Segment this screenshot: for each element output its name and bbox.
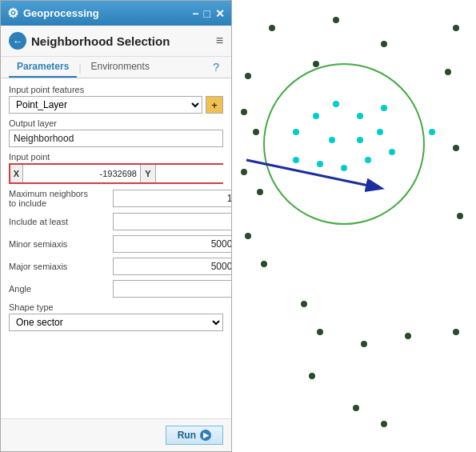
include-at-least-group: Include at least [9, 213, 223, 230]
panel-body: Input point features Point_Layer + Outpu… [1, 78, 231, 418]
titlebar: ⚙ Geoprocessing − □ ✕ [1, 1, 231, 26]
map-point-dark [253, 129, 259, 135]
major-semiaxis-group: Major semiaxis [9, 258, 223, 275]
app-icon: ⚙ [7, 6, 18, 21]
geoprocessing-panel: ⚙ Geoprocessing − □ ✕ ← Neighborhood Sel… [0, 0, 232, 452]
map-point-dark [405, 333, 411, 339]
run-icon: ▶ [200, 430, 211, 441]
output-layer-input[interactable] [9, 130, 223, 147]
y-label: Y [140, 165, 156, 182]
map-point-cyan [293, 129, 299, 135]
minor-semiaxis-group: Minor semiaxis [9, 235, 223, 253]
input-features-group: Input point features Point_Layer + [9, 85, 223, 114]
header-left: ← Neighborhood Selection [9, 32, 170, 50]
tabs-bar: Parameters | Environments ? [1, 57, 231, 78]
map-point-dark [241, 109, 247, 115]
max-neighbors-label: Maximum neighborsto include [9, 189, 113, 208]
map-point-dark [457, 213, 463, 219]
input-point-group: Input point X Y [9, 152, 223, 184]
angle-input[interactable] [113, 280, 231, 298]
maximize-button[interactable]: □ [204, 8, 210, 19]
map-point-cyan [365, 157, 371, 163]
map-point-cyan [357, 113, 363, 119]
input-point-label: Input point [9, 152, 223, 162]
shape-type-group: Shape type One sector Four sectors Circl… [9, 302, 223, 331]
map-point-dark [309, 373, 315, 379]
input-features-select-wrapper: Point_Layer [9, 96, 202, 114]
max-neighbors-group: Maximum neighborsto include [9, 189, 223, 208]
titlebar-title: Geoprocessing [23, 7, 99, 19]
add-layer-button[interactable]: + [206, 96, 223, 114]
map-point-dark [301, 301, 307, 307]
map-point-dark [261, 261, 267, 267]
map-area [232, 0, 476, 452]
map-point-cyan [313, 113, 319, 119]
svg-line-1 [246, 160, 380, 188]
map-point-dark [313, 61, 319, 67]
titlebar-controls: − □ ✕ [192, 8, 225, 19]
panel-footer: Run ▶ [1, 418, 231, 451]
map-point-cyan [317, 161, 323, 167]
close-button[interactable]: ✕ [215, 8, 225, 19]
map-point-cyan [329, 137, 335, 143]
panel-header: ← Neighborhood Selection ≡ [1, 26, 231, 57]
input-features-select[interactable]: Point_Layer [10, 97, 202, 113]
map-point-dark [381, 41, 387, 47]
map-point-cyan [357, 137, 363, 143]
map-point-cyan [293, 157, 299, 163]
map-point-dark [353, 405, 359, 411]
tab-parameters[interactable]: Parameters [9, 57, 77, 78]
map-point-dark [245, 73, 251, 79]
input-features-row: Point_Layer + [9, 96, 223, 114]
include-at-least-input[interactable] [113, 213, 231, 230]
angle-group: Angle [9, 280, 223, 298]
map-point-dark [269, 25, 275, 31]
map-svg [232, 0, 476, 452]
y-input[interactable] [156, 165, 231, 182]
angle-label: Angle [9, 284, 113, 294]
shape-type-label: Shape type [9, 302, 223, 312]
map-point-cyan [333, 101, 339, 107]
include-at-least-label: Include at least [9, 217, 113, 226]
map-point-cyan [377, 129, 383, 135]
map-point-dark [381, 421, 387, 427]
map-point-dark [317, 329, 323, 335]
map-point-dark [445, 69, 451, 75]
map-point-cyan [381, 105, 387, 111]
x-label: X [10, 165, 23, 182]
svg-point-0 [264, 64, 424, 224]
back-button[interactable]: ← [9, 32, 26, 50]
map-point-dark [245, 233, 251, 239]
map-point-cyan [341, 165, 347, 171]
map-point-dark [257, 189, 263, 195]
map-point-cyan [429, 129, 435, 135]
run-label: Run [178, 430, 196, 441]
map-canvas [232, 0, 476, 452]
tab-environments[interactable]: Environments [83, 57, 158, 78]
map-point-cyan [389, 149, 395, 155]
input-point-row: X Y [9, 163, 223, 184]
max-neighbors-input[interactable] [113, 190, 231, 207]
shape-type-select[interactable]: One sector Four sectors Circle Annulus [10, 314, 222, 330]
menu-icon[interactable]: ≡ [216, 34, 223, 48]
map-point-dark [241, 169, 247, 175]
map-point-dark [453, 145, 459, 151]
output-layer-group: Output layer [9, 118, 223, 147]
x-input[interactable] [23, 165, 140, 182]
major-semiaxis-input[interactable] [113, 258, 231, 275]
map-point-dark [361, 341, 367, 347]
map-point-dark [453, 329, 459, 335]
panel-title: Neighborhood Selection [31, 34, 170, 48]
input-features-label: Input point features [9, 85, 223, 94]
minor-semiaxis-input[interactable] [113, 235, 231, 253]
minor-semiaxis-label: Minor semiaxis [9, 239, 113, 249]
major-semiaxis-label: Major semiaxis [9, 262, 113, 271]
output-layer-label: Output layer [9, 118, 223, 128]
help-icon[interactable]: ? [209, 57, 223, 78]
map-point-dark [453, 25, 459, 31]
shape-type-select-wrapper: One sector Four sectors Circle Annulus [9, 314, 223, 331]
minimize-button[interactable]: − [192, 8, 198, 19]
titlebar-left: ⚙ Geoprocessing [7, 6, 99, 21]
run-button[interactable]: Run ▶ [166, 426, 223, 445]
tab-divider: | [77, 58, 82, 78]
